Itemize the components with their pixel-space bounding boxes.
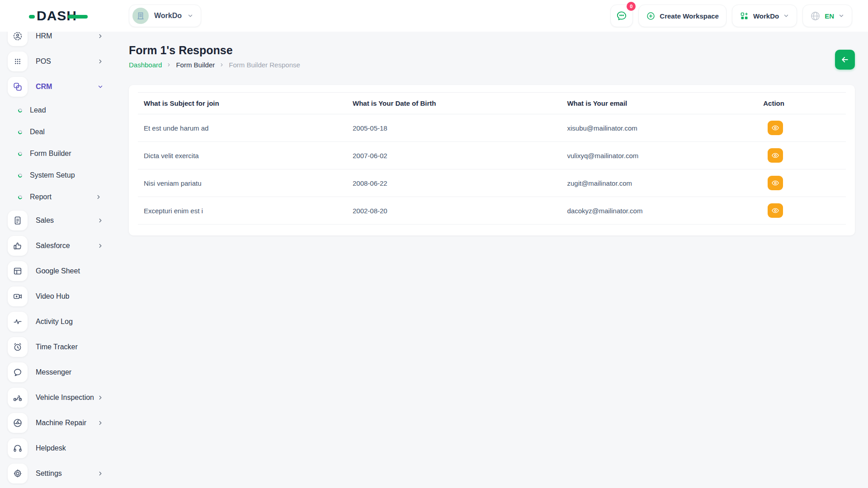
sidebar-subitem-system-setup[interactable]: System Setup [0,164,118,186]
table-row: Dicta velit exercita 2007-06-02 vulixyq@… [138,142,846,169]
workdo-menu-label: WorkDo [753,12,779,20]
sidebar-item-label: Time Tracker [36,343,78,351]
chevron-down-icon [838,13,844,19]
view-response-button[interactable] [768,148,783,163]
responses-card: What is Subject for join What is Your Da… [129,85,855,235]
responses-table: What is Subject for join What is Your Da… [138,92,846,225]
bullet-ring-icon [18,129,23,135]
column-header-dob: What is Your Date of Birth [347,93,561,114]
motorcycle-icon [8,388,28,408]
workspace-switcher[interactable]: WorkDo [129,5,201,27]
chevron-right-icon [97,33,104,39]
cell-dob: 2008-06-22 [347,169,561,197]
bullet-ring-icon [18,194,23,200]
chat-bubble-icon [616,10,627,22]
table-grid-icon [8,261,28,281]
column-header-action: Action [757,93,846,114]
logo-dash-icon [29,15,35,19]
sidebar-item-machine-repair[interactable]: Machine Repair [0,410,118,436]
sales-file-icon [8,211,28,230]
create-workspace-button[interactable]: Create Workspace [638,5,726,27]
eye-icon [771,124,779,132]
sidebar-item-hrm[interactable]: HRM [0,32,118,49]
workspace-avatar [132,8,149,24]
sidebar-item-label: CRM [36,83,52,91]
view-response-button[interactable] [768,176,783,190]
sidebar-item-pos[interactable]: POS [0,49,118,74]
activity-pulse-icon [8,312,28,332]
bullet-ring-icon [18,108,23,113]
bullet-ring-icon [18,151,23,156]
sidebar-item-video-hub[interactable]: Video Hub [0,284,118,309]
language-code: EN [825,12,834,20]
globe-icon [810,11,821,21]
sidebar-item-label: Sales [36,216,54,225]
cell-subject: Nisi veniam pariatu [138,169,347,197]
view-response-button[interactable] [768,203,783,218]
sidebar-item-time-tracker[interactable]: Time Tracker [0,334,118,360]
chevron-right-icon [97,470,104,477]
cell-email: dacokyz@mailinator.com [561,197,757,225]
page-header: Form 1's Response Dashboard Form Builder… [129,32,855,69]
sidebar: HRM POS [0,32,118,488]
sidebar-subitem-lead[interactable]: Lead [0,99,118,121]
main-content: Form 1's Response Dashboard Form Builder… [129,32,855,235]
messages-button[interactable]: 0 [610,5,633,27]
sidebar-item-google-sheet[interactable]: Google Sheet [0,258,118,284]
back-button[interactable] [835,50,855,70]
sidebar-item-label: Google Sheet [36,267,80,275]
breadcrumb: Dashboard Form Builder Form Builder Resp… [129,61,855,69]
fan-icon [8,413,28,433]
bullet-ring-icon [18,173,23,178]
dash-logo: DASH [29,8,92,24]
language-selector[interactable]: EN [802,5,852,27]
cell-action [757,114,846,142]
sidebar-subitem-report[interactable]: Report [0,186,118,208]
view-response-button[interactable] [768,121,783,135]
sidebar-item-activity-log[interactable]: Activity Log [0,309,118,334]
table-header-row: What is Subject for join What is Your Da… [138,93,846,114]
sidebar-item-label: POS [36,57,51,66]
chevron-right-icon [95,194,102,200]
sidebar-subitem-label: Lead [30,106,46,114]
sidebar-item-salesforce[interactable]: Salesforce [0,233,118,258]
cell-email: zugit@mailinator.com [561,169,757,197]
sidebar-item-settings[interactable]: Settings [0,461,118,486]
messenger-chat-icon [8,362,28,382]
chevron-right-icon [166,62,171,67]
alarm-clock-icon [8,337,28,357]
cell-dob: 2005-05-18 [347,114,561,142]
breadcrumb-link-form-builder[interactable]: Form Builder [176,61,215,69]
thumbs-up-icon [8,236,28,256]
building-icon [136,11,146,21]
logo-bar-icon [68,15,88,19]
sidebar-item-messenger[interactable]: Messenger [0,360,118,385]
eye-icon [771,206,779,215]
sidebar-item-sales[interactable]: Sales [0,208,118,233]
sidebar-item-label: Salesforce [36,242,70,250]
sidebar-subitem-label: Form Builder [30,150,71,158]
sidebar-item-helpdesk[interactable]: Helpdesk [0,436,118,461]
sidebar-subitem-deal[interactable]: Deal [0,121,118,143]
topbar-actions: 0 Create Workspace WorkDo [610,5,852,27]
messages-badge: 0 [627,2,636,11]
sidebar-subitem-label: System Setup [30,171,75,179]
cell-subject: Dicta velit exercita [138,142,347,169]
sidebar-item-label: HRM [36,32,52,40]
sidebar-subitem-label: Report [30,193,52,201]
crm-squares-icon [8,77,28,97]
sidebar-item-label: Helpdesk [36,444,66,452]
chevron-right-icon [97,420,104,426]
eye-icon [771,151,779,160]
cell-action [757,197,846,225]
cell-subject: Et est unde harum ad [138,114,347,142]
cell-action [757,142,846,169]
sidebar-item-vehicle-inspection[interactable]: Vehicle Inspection [0,385,118,410]
create-workspace-label: Create Workspace [660,12,719,20]
breadcrumb-link-dashboard[interactable]: Dashboard [129,61,162,69]
sidebar-item-crm[interactable]: CRM [0,74,118,99]
hrm-users-icon [8,32,28,46]
sidebar-subitem-form-builder[interactable]: Form Builder [0,143,118,164]
pos-grid-dots-icon [8,52,28,71]
workdo-apps-menu[interactable]: WorkDo [732,5,797,27]
